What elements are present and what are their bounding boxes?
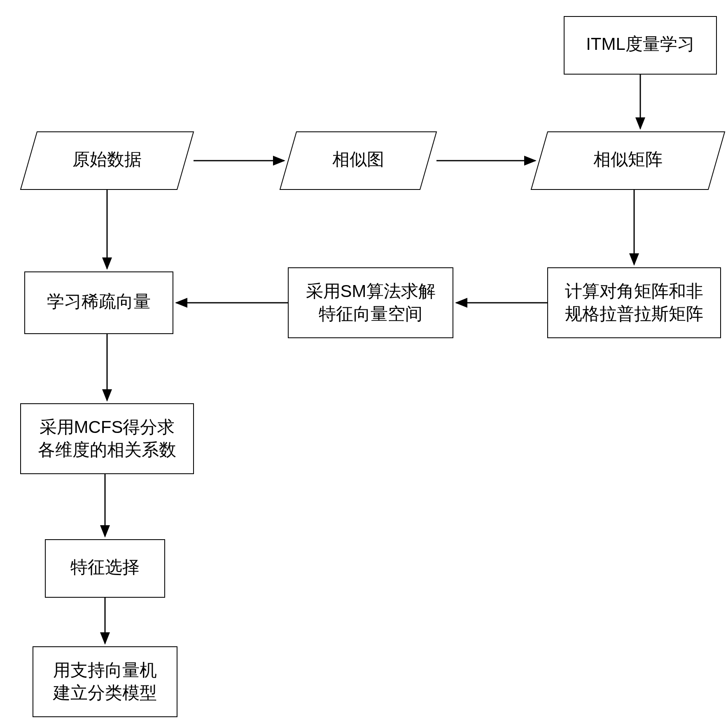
node-raw: 原始数据 — [21, 132, 194, 189]
node-simmatrix: 相似矩阵 — [531, 132, 725, 189]
node-sm: 采用SM算法求解 特征向量空间 — [288, 268, 453, 338]
node-mcfs-label1: 采用MCFS得分求 — [40, 417, 175, 437]
node-featsel: 特征选择 — [45, 540, 165, 597]
node-sm-label1: 采用SM算法求解 — [306, 281, 436, 301]
flowchart: ITML度量学习 原始数据 相似图 相似矩阵 计算对角矩阵和非 规格拉普拉斯矩阵… — [0, 0, 728, 725]
node-mcfs: 采用MCFS得分求 各维度的相关系数 — [21, 404, 194, 474]
svg-rect-9 — [33, 647, 177, 717]
node-sm-label2: 特征向量空间 — [319, 304, 422, 323]
node-sparse: 学习稀疏向量 — [25, 272, 173, 334]
svg-rect-4 — [548, 268, 721, 338]
node-mcfs-label2: 各维度的相关系数 — [38, 440, 176, 459]
node-featsel-label: 特征选择 — [70, 557, 140, 577]
node-svm: 用支持向量机 建立分类模型 — [33, 647, 177, 717]
node-simmatrix-label: 相似矩阵 — [593, 150, 663, 169]
node-sparse-label: 学习稀疏向量 — [47, 292, 151, 311]
node-svm-label1: 用支持向量机 — [53, 660, 157, 680]
node-raw-label: 原始数据 — [72, 150, 142, 169]
node-simgraph-label: 相似图 — [332, 150, 384, 169]
node-laplacian-label2: 规格拉普拉斯矩阵 — [565, 304, 703, 323]
node-itml: ITML度量学习 — [564, 16, 716, 74]
node-itml-label: ITML度量学习 — [586, 34, 695, 54]
node-simgraph: 相似图 — [280, 132, 436, 189]
node-laplacian-label1: 计算对角矩阵和非 — [565, 281, 703, 301]
svg-rect-5 — [288, 268, 453, 338]
node-svm-label2: 建立分类模型 — [53, 683, 157, 702]
svg-rect-7 — [21, 404, 194, 474]
node-laplacian: 计算对角矩阵和非 规格拉普拉斯矩阵 — [548, 268, 721, 338]
